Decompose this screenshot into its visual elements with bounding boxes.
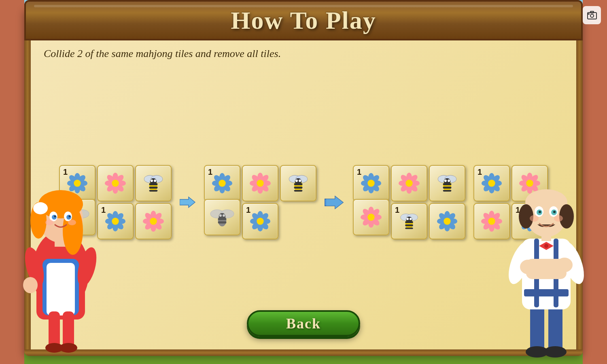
- svg-rect-29: [149, 190, 158, 192]
- tile: [242, 165, 278, 201]
- instruction-text: Collide 2 of the same mahjong tiles and …: [44, 48, 563, 60]
- tiles-area: 1: [59, 165, 548, 239]
- svg-point-138: [444, 180, 447, 182]
- man-character-icon: [494, 138, 599, 364]
- svg-marker-110: [326, 196, 343, 209]
- bee-icon: [435, 171, 460, 196]
- svg-rect-242: [524, 289, 569, 296]
- pink-flower-icon: [248, 171, 272, 195]
- svg-point-60: [150, 218, 157, 224]
- tile: [135, 165, 172, 201]
- svg-point-218: [33, 202, 48, 214]
- svg-point-168: [444, 218, 450, 224]
- double-arrow-icon: [325, 195, 345, 210]
- svg-point-139: [448, 180, 450, 182]
- girl-character-icon: [8, 142, 113, 364]
- svg-rect-212: [47, 263, 75, 315]
- svg-point-226: [68, 220, 76, 225]
- svg-rect-154: [405, 224, 413, 226]
- svg-rect-155: [405, 227, 413, 229]
- pink-flower-icon: [359, 205, 383, 229]
- pink-flower-icon: [397, 171, 421, 195]
- svg-point-221: [52, 215, 57, 220]
- svg-point-225: [45, 220, 53, 225]
- tile: 1: [391, 203, 427, 239]
- screenshot-icon: [586, 10, 598, 21]
- svg-rect-136: [443, 190, 452, 192]
- page-title: How To Play: [231, 6, 376, 35]
- blue-flower-icon: [359, 171, 383, 195]
- svg-point-158: [410, 218, 412, 220]
- svg-point-234: [59, 343, 77, 353]
- svg-point-262: [556, 258, 573, 272]
- bee-gray-moving-icon: [210, 205, 235, 230]
- svg-point-89: [295, 180, 298, 182]
- tile-group-2: 1: [204, 165, 316, 239]
- back-button-label: Back: [286, 315, 321, 332]
- character-left: [8, 142, 113, 364]
- svg-point-257: [554, 215, 563, 222]
- tile: 1: [204, 165, 240, 201]
- bee-icon: [141, 171, 166, 196]
- svg-point-31: [151, 180, 153, 182]
- svg-point-1: [590, 14, 594, 17]
- arrow-double: [325, 195, 345, 210]
- wood-header: How To Play: [24, 0, 583, 40]
- svg-point-238: [544, 346, 567, 358]
- pink-flower2-icon: [142, 210, 165, 233]
- tile: [429, 203, 465, 239]
- svg-point-255: [553, 211, 556, 213]
- svg-point-108: [257, 218, 263, 224]
- bee-icon: [286, 171, 311, 196]
- svg-point-130: [405, 180, 412, 186]
- svg-point-157: [406, 218, 409, 220]
- blue-flower-icon: [210, 171, 234, 195]
- svg-point-224: [69, 216, 71, 218]
- svg-point-230: [23, 278, 33, 288]
- svg-point-81: [257, 180, 263, 186]
- svg-marker-61: [180, 197, 195, 207]
- character-right: [494, 138, 599, 364]
- screenshot-button[interactable]: [583, 6, 601, 24]
- svg-point-244: [544, 244, 548, 248]
- arrow-single: [180, 196, 196, 208]
- svg-point-71: [219, 180, 225, 186]
- svg-point-90: [299, 180, 301, 182]
- tile: 1: [353, 165, 389, 201]
- svg-rect-86: [294, 186, 303, 188]
- svg-point-32: [154, 180, 156, 182]
- svg-point-149: [367, 214, 374, 220]
- back-button[interactable]: Back: [247, 310, 360, 336]
- tile: [429, 165, 465, 201]
- tile: [391, 165, 427, 201]
- svg-point-98: [223, 214, 225, 217]
- svg-point-256: [530, 215, 539, 222]
- tile: [280, 203, 316, 239]
- svg-point-223: [54, 216, 56, 218]
- svg-point-254: [539, 211, 541, 213]
- bee-icon: [397, 210, 421, 233]
- tile-group-3: 1: [353, 165, 465, 239]
- svg-rect-95: [218, 221, 227, 223]
- svg-point-120: [367, 180, 374, 186]
- svg-rect-87: [294, 190, 303, 192]
- tile: [353, 199, 389, 235]
- blue-flower-icon: [435, 210, 459, 233]
- svg-rect-135: [443, 186, 452, 188]
- single-arrow-icon: [180, 196, 196, 208]
- svg-point-97: [219, 214, 222, 217]
- svg-rect-28: [149, 186, 158, 188]
- blue-flower-icon: [248, 210, 272, 233]
- tile: 1: [242, 203, 278, 239]
- svg-point-263: [520, 260, 536, 274]
- svg-point-222: [66, 215, 71, 220]
- svg-rect-231: [49, 311, 60, 348]
- svg-rect-3: [588, 13, 590, 15]
- svg-rect-232: [63, 311, 74, 348]
- tile: [135, 203, 172, 239]
- tile-moving: [204, 199, 240, 235]
- tile: [280, 165, 316, 201]
